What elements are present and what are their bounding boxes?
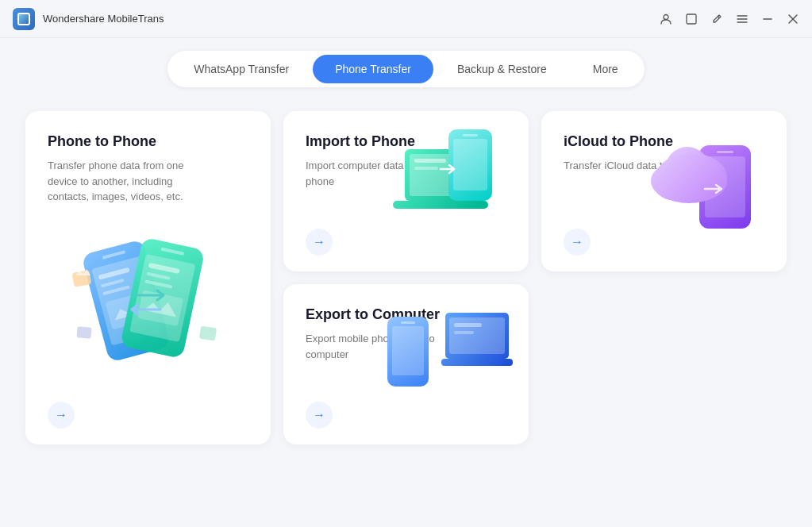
- svg-rect-40: [441, 359, 513, 366]
- svg-rect-18: [76, 326, 91, 339]
- svg-rect-1: [687, 14, 696, 24]
- edit-icon[interactable]: [710, 13, 723, 25]
- svg-rect-17: [198, 325, 216, 340]
- minimize-button[interactable]: [761, 13, 774, 25]
- card-icloud-to-phone[interactable]: iCloud to Phone Transfer iCloud data to …: [541, 111, 787, 271]
- svg-rect-21: [393, 201, 488, 209]
- app-title: Wondershare MobileTrans: [43, 13, 660, 25]
- card-export-to-computer[interactable]: Export to Computer Export mobile phone d…: [283, 284, 529, 444]
- svg-rect-37: [401, 321, 415, 324]
- card-title-phone-to-phone: Phone to Phone: [48, 133, 248, 150]
- window-controls: [660, 13, 799, 25]
- account-icon[interactable]: [660, 13, 672, 25]
- tab-whatsapp[interactable]: WhatsApp Transfer: [171, 55, 311, 83]
- window-icon[interactable]: [685, 13, 698, 25]
- card-desc-phone-to-phone: Transfer phone data from one device to a…: [48, 158, 206, 205]
- svg-rect-26: [463, 134, 478, 137]
- tab-phone-transfer[interactable]: Phone Transfer: [313, 55, 433, 83]
- arrow-export[interactable]: →: [306, 402, 333, 429]
- svg-rect-41: [454, 323, 482, 327]
- card-content-row-icloud: iCloud to Phone Transfer iCloud data to …: [564, 133, 764, 229]
- arrow-icloud[interactable]: →: [564, 229, 591, 256]
- main-content: Phone to Phone Transfer phone data from …: [0, 103, 812, 464]
- svg-rect-22: [414, 159, 446, 163]
- card-content-row-import: Import to Phone Import computer data to …: [306, 133, 506, 229]
- svg-rect-42: [454, 331, 474, 334]
- svg-rect-29: [717, 151, 733, 153]
- card-content-row-export: Export to Computer Export mobile phone d…: [306, 306, 506, 402]
- card-phone-to-phone[interactable]: Phone to Phone Transfer phone data from …: [25, 111, 271, 444]
- svg-point-34: [651, 159, 727, 203]
- menu-icon[interactable]: [736, 13, 749, 25]
- tab-backup[interactable]: Backup & Restore: [435, 55, 569, 83]
- nav-tabs-container: WhatsApp Transfer Phone Transfer Backup …: [167, 51, 644, 87]
- svg-rect-23: [414, 167, 438, 170]
- card-import-to-phone[interactable]: Import to Phone Import computer data to …: [283, 111, 529, 271]
- svg-rect-25: [453, 139, 487, 190]
- arrow-phone-to-phone[interactable]: →: [48, 402, 75, 429]
- svg-point-0: [664, 14, 668, 19]
- phone-to-phone-illustration: [40, 213, 256, 402]
- tab-more[interactable]: More: [571, 55, 641, 83]
- arrow-import[interactable]: →: [306, 229, 333, 256]
- titlebar: Wondershare MobileTrans: [0, 0, 812, 38]
- import-illustration: [381, 125, 516, 244]
- logo-inner: [17, 13, 30, 25]
- svg-rect-39: [449, 317, 505, 354]
- close-button[interactable]: [787, 13, 799, 25]
- cards-grid: Phone to Phone Transfer phone data from …: [25, 111, 787, 444]
- nav-bar: WhatsApp Transfer Phone Transfer Backup …: [0, 38, 812, 103]
- app-logo: [13, 8, 35, 30]
- export-illustration: [383, 297, 514, 416]
- svg-rect-36: [392, 326, 424, 375]
- icloud-illustration: [640, 121, 771, 244]
